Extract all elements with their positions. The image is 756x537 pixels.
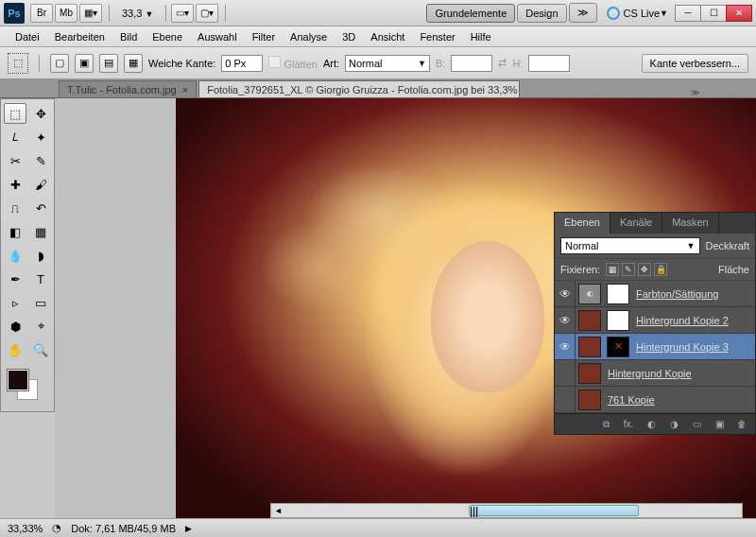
layer-visibility-icon[interactable]: 👁 — [555, 307, 576, 333]
minimize-button[interactable]: ─ — [675, 5, 701, 22]
crop-tool[interactable]: ✂ — [4, 150, 26, 171]
dodge-tool[interactable]: ◗ — [29, 245, 52, 266]
tab-scroll-right[interactable]: ≫ — [691, 88, 699, 97]
marquee-tool[interactable]: ⬚ — [4, 103, 26, 124]
minibridge-button[interactable]: Mb — [55, 4, 77, 23]
move-tool[interactable]: ✥ — [29, 103, 52, 124]
blend-mode-select[interactable]: Normal▼ — [560, 237, 700, 254]
horizontal-scrollbar[interactable]: ◄ ǀǀǀ — [270, 503, 743, 518]
layer-mask-thumb[interactable] — [607, 310, 629, 331]
lock-pixels-icon[interactable]: ✎ — [622, 263, 635, 276]
gradient-tool[interactable]: ▦ — [29, 221, 52, 242]
scroll-left-icon[interactable]: ◄ — [274, 506, 283, 515]
status-zoom[interactable]: 33,33% — [8, 523, 43, 534]
foreground-color[interactable] — [8, 370, 28, 390]
workspace-basic[interactable]: Grundelemente — [426, 4, 515, 23]
layer-row[interactable]: 👁Hintergrund Kopie 2 — [555, 307, 755, 334]
3d-tool[interactable]: ⬢ — [4, 316, 26, 337]
brush-tool[interactable]: 🖌 — [29, 174, 52, 195]
status-info-icon[interactable]: ◔ — [52, 522, 61, 534]
camera-tool[interactable]: ⌖ — [29, 316, 52, 337]
style-select[interactable]: Normal▼ — [345, 55, 430, 72]
menu-datei[interactable]: Datei — [8, 28, 47, 45]
cslive-button[interactable]: CS Live ▼ — [607, 7, 668, 20]
layer-visibility-icon[interactable]: 👁 — [555, 281, 576, 306]
layer-fx-icon[interactable]: fx. — [621, 418, 636, 431]
blur-tool[interactable]: 💧 — [4, 245, 26, 266]
refine-edge-button[interactable]: Kante verbessern... — [642, 54, 748, 73]
screenmode-button[interactable]: ▢▾ — [196, 4, 218, 23]
menu-3d[interactable]: 3D — [335, 28, 363, 45]
view-extras-button[interactable]: ▦▾ — [79, 4, 102, 23]
layer-row[interactable]: 👁◐Farbton/Sättigung — [555, 281, 755, 307]
color-swatches[interactable] — [4, 370, 51, 407]
link-layers-icon[interactable]: ⧉ — [598, 418, 613, 431]
shape-tool[interactable]: ▭ — [29, 292, 52, 313]
layer-visibility-icon[interactable] — [555, 360, 576, 386]
layer-thumb[interactable] — [578, 363, 601, 384]
scroll-thumb[interactable]: ǀǀǀ — [469, 505, 639, 516]
menu-analyse[interactable]: Analyse — [283, 28, 335, 45]
menu-hilfe[interactable]: Hilfe — [463, 28, 499, 45]
eyedrop-tool[interactable]: ✎ — [29, 150, 52, 171]
history-tool[interactable]: ↶ — [29, 198, 52, 218]
layer-name[interactable]: Hintergrund Kopie 2 — [632, 315, 755, 326]
menu-bearbeiten[interactable]: Bearbeiten — [47, 28, 112, 45]
heal-tool[interactable]: ✚ — [4, 174, 26, 195]
menu-fenster[interactable]: Fenster — [412, 28, 462, 45]
sel-subtract-icon[interactable]: ▤ — [99, 54, 118, 73]
current-tool-icon[interactable]: ⬚ — [8, 53, 28, 74]
sel-intersect-icon[interactable]: ▦ — [124, 54, 143, 73]
lasso-tool[interactable]: 𝘓 — [4, 127, 26, 147]
layer-name[interactable]: Farbton/Sättigung — [632, 288, 755, 300]
panel-tab-masken[interactable]: Masken — [662, 213, 719, 234]
wand-tool[interactable]: ✦ — [29, 127, 52, 147]
zoom-tool[interactable]: 🔍 — [29, 339, 52, 360]
menu-ebene[interactable]: Ebene — [145, 28, 190, 45]
panel-tab-kanäle[interactable]: Kanäle — [610, 213, 662, 234]
lock-transparent-icon[interactable]: ▦ — [606, 263, 619, 276]
tab-close-icon[interactable]: × — [182, 84, 188, 95]
layer-visibility-icon[interactable]: 👁 — [555, 334, 576, 359]
pen-tool[interactable]: ✒ — [4, 268, 26, 289]
type-tool[interactable]: T — [29, 268, 52, 289]
menu-filter[interactable]: Filter — [245, 28, 283, 45]
eraser-tool[interactable]: ◧ — [4, 221, 26, 242]
hand-tool[interactable]: ✋ — [4, 339, 26, 360]
bridge-button[interactable]: Br — [30, 4, 53, 23]
menu-ansicht[interactable]: Ansicht — [363, 28, 412, 45]
layer-thumb[interactable] — [578, 337, 601, 357]
layer-group-icon[interactable]: ▭ — [689, 418, 704, 431]
lock-all-icon[interactable]: 🔒 — [654, 263, 667, 276]
adjustment-thumb[interactable]: ◐ — [578, 284, 601, 304]
sel-new-icon[interactable]: ▢ — [50, 54, 69, 73]
zoom-level[interactable]: 33,3 ▼ — [122, 8, 153, 19]
layer-mask-thumb[interactable] — [607, 284, 629, 304]
sel-add-icon[interactable]: ▣ — [75, 54, 94, 73]
layer-row[interactable]: Hintergrund Kopie — [555, 360, 755, 387]
workspace-design[interactable]: Design — [517, 4, 566, 23]
app-logo[interactable]: Ps — [4, 3, 25, 24]
status-doc-size[interactable]: Dok: 7,61 MB/45,9 MB — [71, 523, 176, 534]
new-layer-icon[interactable]: ▣ — [712, 418, 727, 431]
document-tab[interactable]: Fotolia_3792651_XL © Giorgio Gruizza - F… — [198, 80, 520, 97]
layer-row[interactable]: 👁✕Hintergrund Kopie 3 — [555, 334, 755, 360]
feather-input[interactable] — [221, 55, 263, 72]
menu-bild[interactable]: Bild — [112, 28, 145, 45]
maximize-button[interactable]: ☐ — [700, 5, 727, 22]
layer-name[interactable]: Hintergrund Kopie — [604, 368, 755, 379]
status-menu[interactable]: ▶ — [185, 524, 192, 533]
layer-name[interactable]: 761 Kopie — [604, 394, 755, 406]
layer-visibility-icon[interactable] — [555, 387, 576, 412]
arrange-button[interactable]: ▭▾ — [171, 4, 194, 23]
workspace-more[interactable]: ≫ — [569, 3, 597, 23]
layer-name[interactable]: Hintergrund Kopie 3 — [632, 341, 755, 353]
layer-thumb[interactable] — [578, 390, 601, 410]
menu-auswahl[interactable]: Auswahl — [190, 28, 245, 45]
delete-layer-icon[interactable]: 🗑 — [734, 418, 749, 431]
stamp-tool[interactable]: ⎍ — [4, 198, 26, 218]
layer-thumb[interactable] — [578, 310, 601, 331]
lock-position-icon[interactable]: ✥ — [638, 263, 651, 276]
layer-row[interactable]: 761 Kopie — [555, 387, 755, 413]
adjustment-layer-icon[interactable]: ◑ — [666, 418, 681, 431]
